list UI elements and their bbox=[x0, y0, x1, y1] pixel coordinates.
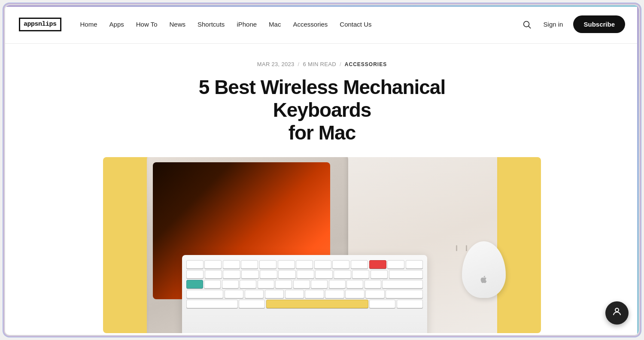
key bbox=[186, 270, 204, 279]
key bbox=[365, 280, 381, 288]
key-row-5 bbox=[186, 300, 423, 308]
key bbox=[369, 300, 395, 308]
key bbox=[260, 270, 277, 279]
user-fab-button[interactable] bbox=[605, 301, 629, 325]
search-icon bbox=[522, 20, 532, 29]
article-hero-image bbox=[103, 157, 541, 333]
svg-line-1 bbox=[529, 26, 531, 28]
key bbox=[222, 280, 239, 288]
svg-point-0 bbox=[523, 21, 529, 27]
keyboard-keys bbox=[182, 255, 427, 312]
article-read-time: 6 MIN READ bbox=[303, 61, 336, 67]
main-content: MAR 23, 2023 / 6 MIN READ / ACCESSORIES … bbox=[5, 44, 639, 333]
user-icon bbox=[612, 307, 622, 319]
key bbox=[345, 290, 364, 298]
key bbox=[305, 290, 324, 298]
key bbox=[245, 290, 264, 298]
nav-news[interactable]: News bbox=[164, 17, 191, 31]
key bbox=[204, 280, 221, 288]
key bbox=[397, 300, 423, 308]
key bbox=[241, 260, 258, 269]
browser-frame: appsnlips Home Apps How To News Shortcut… bbox=[4, 4, 640, 336]
meta-sep-2: / bbox=[340, 61, 341, 67]
hero-image-bg bbox=[103, 157, 541, 333]
key bbox=[205, 270, 222, 279]
key bbox=[278, 270, 295, 279]
key bbox=[296, 260, 313, 269]
key-spacebar bbox=[266, 300, 368, 308]
nav-mac[interactable]: Mac bbox=[264, 17, 286, 31]
key-wide bbox=[186, 290, 224, 298]
key bbox=[365, 290, 384, 298]
apple-mouse bbox=[462, 241, 506, 298]
key bbox=[311, 280, 328, 288]
imac-back-detail-1 bbox=[466, 245, 467, 251]
key-row-1 bbox=[186, 260, 423, 269]
key bbox=[223, 270, 240, 279]
key bbox=[225, 290, 243, 298]
key-row-2 bbox=[186, 270, 423, 279]
key bbox=[352, 270, 369, 279]
article-title-line2: for Mac bbox=[289, 121, 356, 144]
key bbox=[265, 290, 284, 298]
key-wide bbox=[386, 290, 423, 298]
article-title: 5 Best Wireless Mechanical Keyboards for… bbox=[167, 76, 477, 144]
search-button[interactable] bbox=[520, 18, 533, 31]
key bbox=[258, 280, 274, 288]
nav-accessories[interactable]: Accessories bbox=[288, 17, 333, 31]
key bbox=[239, 300, 265, 308]
key bbox=[329, 280, 346, 288]
key bbox=[346, 280, 363, 288]
key bbox=[223, 260, 240, 269]
key bbox=[240, 280, 256, 288]
key bbox=[204, 260, 222, 269]
logo-text: appsnlips bbox=[19, 18, 61, 31]
subscribe-button[interactable]: Subscribe bbox=[573, 15, 625, 33]
navbar: appsnlips Home Apps How To News Shortcut… bbox=[5, 5, 639, 44]
key bbox=[275, 280, 292, 288]
key bbox=[332, 260, 349, 269]
apple-logo-icon bbox=[480, 275, 488, 284]
key bbox=[259, 260, 276, 269]
key bbox=[387, 260, 404, 269]
article-meta: MAR 23, 2023 / 6 MIN READ / ACCESSORIES bbox=[257, 61, 387, 67]
article-title-line1: 5 Best Wireless Mechanical Keyboards bbox=[199, 76, 445, 121]
key bbox=[325, 290, 344, 298]
key bbox=[351, 260, 368, 269]
nav-contact[interactable]: Contact Us bbox=[334, 17, 377, 31]
key-row-3 bbox=[186, 280, 423, 288]
article-date: MAR 23, 2023 bbox=[257, 61, 295, 67]
imac-back-detail-2 bbox=[456, 245, 457, 251]
signin-button[interactable]: Sign in bbox=[542, 17, 565, 31]
key bbox=[371, 270, 388, 279]
nav-howto[interactable]: How To bbox=[131, 17, 163, 31]
key bbox=[334, 270, 351, 279]
nav-home[interactable]: Home bbox=[75, 17, 103, 31]
key bbox=[314, 260, 331, 269]
key-wide bbox=[389, 270, 423, 279]
key-wide bbox=[186, 300, 238, 308]
nav-shortcuts[interactable]: Shortcuts bbox=[192, 17, 230, 31]
nav-actions: Sign in Subscribe bbox=[520, 15, 625, 33]
nav-iphone[interactable]: iPhone bbox=[231, 17, 262, 31]
key bbox=[241, 270, 258, 279]
meta-sep-1: / bbox=[298, 61, 300, 67]
key-row-4 bbox=[186, 290, 423, 298]
nav-links: Home Apps How To News Shortcuts iPhone M… bbox=[75, 17, 520, 31]
site-logo[interactable]: appsnlips bbox=[19, 18, 61, 31]
key-red bbox=[369, 260, 386, 269]
article-category: ACCESSORIES bbox=[345, 61, 387, 67]
keyboard bbox=[182, 255, 427, 333]
nav-apps[interactable]: Apps bbox=[104, 17, 129, 31]
key bbox=[186, 260, 204, 269]
key-teal bbox=[186, 280, 203, 288]
key bbox=[278, 260, 295, 269]
svg-point-2 bbox=[615, 308, 619, 312]
key bbox=[406, 260, 423, 269]
key bbox=[315, 270, 332, 279]
key-wider bbox=[382, 280, 423, 288]
key bbox=[285, 290, 304, 298]
key bbox=[293, 280, 310, 288]
key bbox=[297, 270, 314, 279]
